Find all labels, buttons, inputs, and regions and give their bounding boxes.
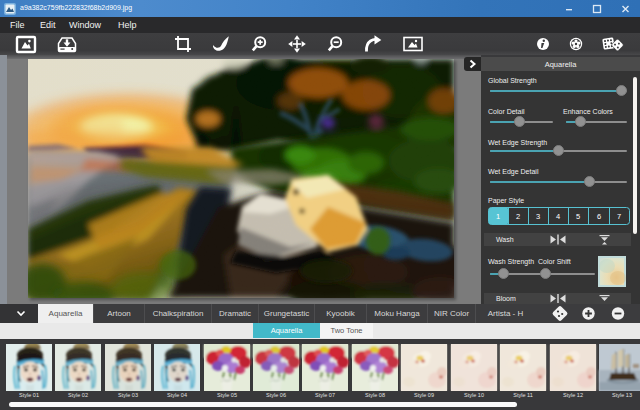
svg-text:1: 1 [496, 212, 500, 221]
svg-text:7: 7 [617, 212, 621, 221]
svg-text:2: 2 [516, 212, 520, 221]
svg-text:4: 4 [556, 212, 560, 221]
svg-text:5: 5 [576, 212, 580, 221]
svg-text:3: 3 [536, 212, 540, 221]
svg-text:6: 6 [597, 212, 601, 221]
